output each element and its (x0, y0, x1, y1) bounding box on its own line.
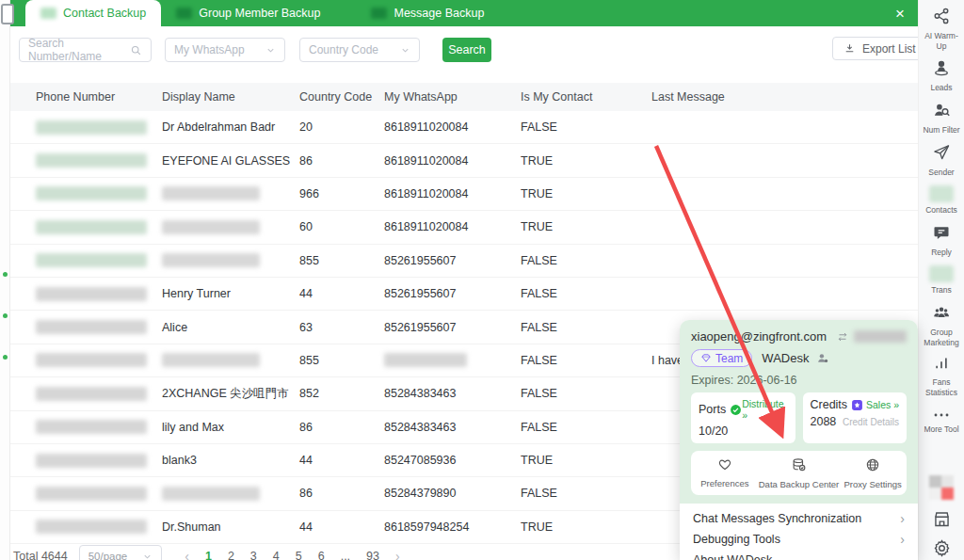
shortcut-data-backup-center[interactable]: Data Backup Center (759, 457, 840, 489)
phone-number-redacted (36, 287, 147, 301)
my-whatsapp-cell: 85261955607 (384, 287, 521, 300)
page-size-select[interactable]: 50/page (79, 545, 163, 560)
display-name-cell (162, 186, 299, 200)
page-number-4[interactable]: 4 (273, 550, 280, 560)
is-my-contact-cell: FALSE (521, 321, 651, 334)
phone-number-redacted (36, 520, 147, 534)
export-list-button[interactable]: Export List (832, 37, 927, 60)
settings-icon[interactable] (932, 538, 952, 558)
col-my-whatsapp: My WhatsApp (384, 90, 521, 104)
table-row: Henry Turner4485261955607FALSE (9, 278, 918, 311)
shortcut-proxy-settings[interactable]: Proxy Settings (839, 457, 907, 489)
tab-message-backup[interactable]: Message Backup (356, 0, 499, 26)
team-badge[interactable]: Team (691, 349, 752, 367)
sidebar-item-trans[interactable]: Trans (919, 264, 964, 296)
popup-menu: Chat Messages Synchronization›Debugging … (680, 504, 918, 560)
sidebar-item-sender[interactable]: Sender (919, 143, 964, 178)
chevron-down-icon (265, 45, 276, 56)
page-number-...[interactable]: ... (341, 550, 350, 560)
tab-label: Message Backup (394, 7, 484, 20)
page-number-6[interactable]: 6 (318, 550, 325, 560)
popup-shortcuts: PreferencesData Backup CenterProxy Setti… (691, 451, 907, 495)
display-name-cell (162, 220, 299, 234)
close-icon[interactable]: × (895, 6, 905, 22)
page-number-5[interactable]: 5 (296, 550, 302, 560)
whatsapp-chip-icon (371, 8, 387, 19)
tab-group-member-backup[interactable]: Group Member Backup (161, 0, 335, 26)
menu-item-debugging-tools[interactable]: Debugging Tools› (680, 529, 918, 550)
sidebar-item-contacts[interactable]: Contacts (919, 184, 964, 216)
page-number-93[interactable]: 93 (366, 550, 379, 560)
is-my-contact-cell: FALSE (521, 287, 651, 300)
member-icon[interactable] (816, 352, 829, 364)
gem-icon (700, 353, 712, 363)
phone-number-cell (36, 153, 162, 168)
phone-number-cell (36, 186, 162, 200)
sales-link[interactable]: Sales » (866, 399, 899, 410)
my-whatsapp-select[interactable]: My WhatsApp (165, 38, 285, 62)
chevron-right-icon: › (900, 512, 905, 525)
sidebar-item-ai-warm-up[interactable]: AI Warm-Up (919, 7, 964, 51)
shortcut-label: Data Backup Center (759, 479, 840, 489)
page-number-3[interactable]: 3 (250, 550, 257, 560)
shop-icon[interactable] (932, 509, 952, 529)
phone-number-redacted (36, 120, 147, 135)
page-number-1[interactable]: 1 (205, 550, 212, 560)
phone-number-cell (36, 120, 162, 135)
sidebar-item-group-marketing[interactable]: Group Marketing (919, 303, 964, 347)
swap-account-icon[interactable] (836, 331, 849, 343)
next-page-button[interactable]: › (395, 549, 400, 560)
phone-number-cell (36, 520, 162, 534)
display-name-redacted (162, 487, 260, 501)
distribute-link[interactable]: Distribute » (742, 398, 787, 421)
star-badge-icon (851, 399, 863, 411)
is-my-contact-cell: TRUE (521, 520, 651, 534)
menu-item-label: Chat Messages Synchronization (693, 512, 861, 525)
is-my-contact-cell: FALSE (521, 421, 651, 434)
page-number-2[interactable]: 2 (228, 550, 234, 560)
credits-label: Credits (811, 398, 848, 411)
sidebar-item-reply[interactable]: Reply (919, 223, 964, 258)
sidebar-item-leads[interactable]: Leads (919, 58, 964, 93)
phone-number-redacted (854, 330, 907, 343)
display-name-cell (162, 353, 299, 367)
chevron-right-icon: › (900, 533, 905, 546)
display-name-redacted (162, 186, 260, 200)
select-placeholder: My WhatsApp (174, 43, 245, 56)
chevron-down-icon (400, 45, 410, 56)
team-badge-label: Team (715, 352, 743, 365)
whatsapp-chip-icon (176, 8, 192, 19)
prev-page-button[interactable]: ‹ (185, 549, 189, 560)
tab-contact-backup[interactable]: Contact Backup (25, 0, 161, 26)
shortcut-preferences[interactable]: Preferences (691, 457, 759, 489)
sidebar-item-label: Trans (930, 285, 952, 296)
col-last-message: Last Message (651, 90, 918, 104)
is-my-contact-cell: FALSE (521, 487, 651, 500)
my-whatsapp-cell: 85261955607 (384, 254, 521, 267)
app-mosaic-icon[interactable] (929, 475, 954, 500)
sidebar-bottom-group (929, 475, 954, 560)
my-whatsapp-cell: 85284383463 (384, 387, 521, 400)
sidebar-item-more-tool[interactable]: More Tool (919, 406, 964, 435)
status-dot (3, 272, 8, 277)
phone-number-redacted (36, 253, 147, 267)
is-my-contact-cell: TRUE (521, 454, 651, 467)
whatsapp-chip-icon (40, 8, 56, 19)
is-my-contact-cell: FALSE (521, 254, 651, 267)
credits-card: Credits Sales » 2088 Credit Details (803, 392, 908, 443)
sidebar-item-fans-statistics[interactable]: Fans Statistics (919, 355, 964, 397)
sidebar-item-num-filter[interactable]: Num Filter (919, 101, 964, 136)
is-my-contact-cell: TRUE (521, 220, 651, 233)
account-email: xiaopeng@zingfront.com (691, 329, 827, 344)
contacts-icon (929, 185, 954, 202)
menu-item-about-wadesk[interactable]: About WADesk (680, 550, 918, 560)
country-code-select[interactable]: Country Code (299, 38, 420, 62)
menu-item-chat-messages-synchronization[interactable]: Chat Messages Synchronization› (680, 508, 918, 529)
country-code-cell: 855 (299, 254, 384, 267)
search-button[interactable]: Search (442, 38, 491, 62)
search-input[interactable]: Search Number/Name (19, 38, 152, 62)
display-name-cell (162, 253, 299, 267)
credit-details-link[interactable]: Credit Details (843, 417, 899, 427)
expires-date: Expires: 2026-06-16 (691, 374, 907, 387)
my-whatsapp-cell: 8618911020084 (384, 120, 521, 134)
